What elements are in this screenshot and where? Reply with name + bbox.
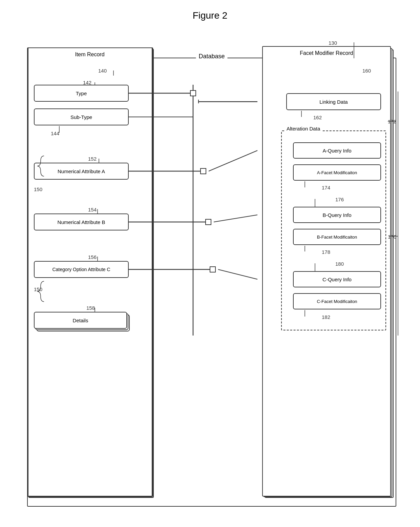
details-box: Details (34, 312, 127, 329)
c-facet-mod-box: C-Facet Modificaiton (293, 293, 381, 309)
ref-160: 160 (362, 68, 371, 74)
ref-174: 174 (322, 185, 330, 190)
cat-opt-attr-c-box: Category Option Attribute C (34, 261, 129, 278)
sub-type-box: Sub-Type (34, 108, 129, 125)
database-label: Database (196, 53, 227, 60)
ref-182: 182 (322, 314, 330, 320)
ref-162: 162 (313, 115, 322, 120)
ref-154: 154 (88, 207, 97, 212)
ref-140: 140 (98, 68, 107, 74)
ref-130: 130 (329, 40, 337, 46)
ref-144: 144 (51, 130, 59, 136)
facet-record-label: Facet Modifier Record (300, 50, 353, 56)
c-query-info-box: C-Query Info (293, 271, 381, 287)
figure-title: Figure 2 (0, 0, 420, 21)
ref-172: 172 (388, 119, 396, 124)
alteration-data-label: Alteration Data (285, 126, 321, 131)
ref-156: 156 (88, 254, 97, 260)
item-record-label: Item Record (75, 52, 104, 58)
ref-176: 176 (335, 197, 344, 202)
linking-data-box: Linking Data (286, 93, 381, 110)
b-facet-mod-box: B-Facet Modificaiton (293, 229, 381, 245)
ref-178: 178 (322, 249, 330, 255)
num-attr-b-box: Numerical Attribute B (34, 214, 129, 230)
b-query-info-box: B-Query Info (293, 207, 381, 223)
ref-180: 180 (335, 261, 344, 267)
ref-150b: 150 (34, 286, 42, 292)
num-attr-a-box: Numerical Attribute A (34, 163, 129, 180)
a-query-info-box: A-Query Info (293, 142, 381, 159)
ref-170: 170 (388, 234, 396, 240)
ref-150a: 150 (34, 186, 42, 192)
type-box: Type (34, 85, 129, 102)
ref-152: 152 (88, 156, 97, 162)
ref-142: 142 (83, 80, 91, 85)
ref-158: 158 (86, 305, 95, 311)
a-facet-mod-box: A-Facet Modificaiton (293, 164, 381, 181)
